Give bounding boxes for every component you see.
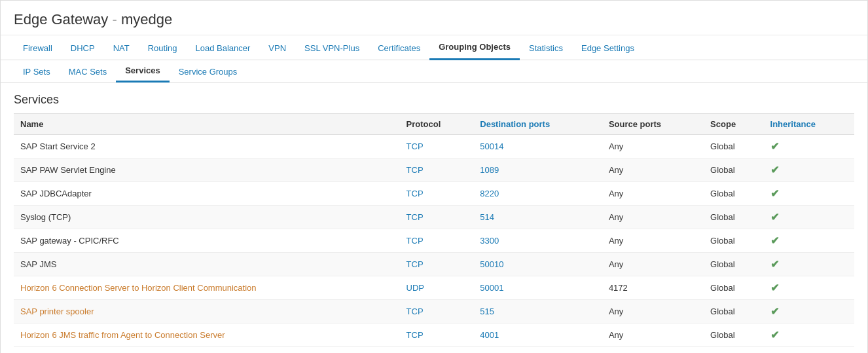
col-inheritance: Inheritance [764, 114, 854, 135]
cell-source-ports: 4172 [602, 276, 704, 300]
cell-name[interactable]: Horizon 6 JMS traffic from Agent to Conn… [14, 324, 400, 347]
table-container: Name Protocol Destination ports Source p… [1, 113, 867, 353]
subnav-services[interactable]: Services [116, 60, 170, 83]
nav-nat[interactable]: NAT [104, 37, 139, 60]
cell-inheritance: ✔ [764, 135, 854, 158]
page-title: Edge Gateway - myedge [1, 1, 867, 35]
cell-inheritance: ✔ [764, 276, 854, 300]
checkmark-icon: ✔ [770, 329, 779, 341]
cell-inheritance: ✔ [764, 324, 854, 347]
cell-protocol: TCP [400, 182, 474, 206]
page-wrapper: Edge Gateway - myedge Firewall DHCP NAT … [0, 0, 868, 353]
cell-inheritance: ✔ [764, 253, 854, 276]
page-title-subtitle: myedge [121, 11, 172, 28]
cell-name[interactable]: SAP printer spooler [14, 300, 400, 324]
cell-scope: Global [704, 182, 763, 206]
checkmark-icon: ✔ [770, 212, 779, 223]
cell-protocol: TCP [400, 324, 474, 347]
table-row: SAP gateway - CPIC/RFCTCP3300AnyGlobal✔ [14, 229, 854, 253]
cell-inheritance: ✔ [764, 206, 854, 229]
cell-source-ports: Any [602, 253, 704, 276]
subnav-ip-sets[interactable]: IP Sets [14, 62, 60, 82]
table-header-row: Name Protocol Destination ports Source p… [14, 114, 854, 135]
cell-inheritance: ✔ [764, 158, 854, 182]
cell-dest-ports: 3300 [473, 229, 602, 253]
cell-scope: Global [704, 158, 763, 182]
cell-protocol: UDP [400, 276, 474, 300]
checkmark-icon: ✔ [770, 306, 779, 317]
checkmark-icon: ✔ [770, 282, 779, 293]
cell-name: SAP JDBCAdapter [14, 182, 400, 206]
subnav-mac-sets[interactable]: MAC Sets [60, 62, 117, 82]
col-source-ports: Source ports [602, 114, 704, 135]
cell-source-ports: Any [602, 229, 704, 253]
checkmark-icon: ✔ [770, 235, 779, 246]
cell-dest-ports: 50014 [473, 135, 602, 158]
table-row: SAP JMSTCP50010AnyGlobal✔ [14, 253, 854, 276]
nav-vpn[interactable]: VPN [259, 37, 295, 60]
top-nav: Firewall DHCP NAT Routing Load Balancer … [1, 35, 867, 60]
cell-scope: Global [704, 206, 763, 229]
col-scope: Scope [704, 114, 763, 135]
nav-edge-settings[interactable]: Edge Settings [572, 37, 643, 60]
cell-dest-ports: 8220 [473, 182, 602, 206]
cell-protocol: TCP [400, 300, 474, 324]
cell-scope: Global [704, 229, 763, 253]
nav-certificates[interactable]: Certificates [369, 37, 429, 60]
col-name: Name [14, 114, 400, 135]
col-protocol: Protocol [400, 114, 474, 135]
cell-protocol: TCP [400, 253, 474, 276]
table-row: SAP JDBCAdapterTCP8220AnyGlobal✔ [14, 182, 854, 206]
cell-dest-ports: 1089 [473, 158, 602, 182]
nav-ssl-vpn-plus[interactable]: SSL VPN-Plus [295, 37, 369, 60]
cell-source-ports: Any [602, 135, 704, 158]
cell-dest-ports: 515 [473, 300, 602, 324]
nav-dhcp[interactable]: DHCP [62, 37, 104, 60]
checkmark-icon: ✔ [770, 164, 779, 176]
cell-name: SAP JMS [14, 253, 400, 276]
cell-inheritance: ✔ [764, 229, 854, 253]
sub-nav: IP Sets MAC Sets Services Service Groups [1, 60, 867, 83]
page-title-dash: - [108, 11, 121, 28]
cell-protocol: TCP [400, 135, 474, 158]
cell-name: SAP PAW Servlet Engine [14, 158, 400, 182]
checkmark-icon: ✔ [770, 141, 779, 152]
section-title: Services [1, 83, 867, 113]
table-row: SAP Start Service 2TCP50014AnyGlobal✔ [14, 135, 854, 158]
cell-dest-ports: 514 [473, 206, 602, 229]
table-row: SAP PAW Servlet EngineTCP1089AnyGlobal✔ [14, 158, 854, 182]
cell-name: Syslog (TCP) [14, 206, 400, 229]
cell-scope: Global [704, 300, 763, 324]
cell-scope: Global [704, 135, 763, 158]
nav-firewall[interactable]: Firewall [14, 37, 62, 60]
cell-inheritance: ✔ [764, 182, 854, 206]
cell-inheritance: ✔ [764, 300, 854, 324]
cell-name: SAP Start Service 2 [14, 135, 400, 158]
page-title-text: Edge Gateway [14, 11, 108, 28]
cell-scope: Global [704, 276, 763, 300]
cell-source-ports: Any [602, 182, 704, 206]
cell-dest-ports: 50010 [473, 253, 602, 276]
cell-dest-ports: 50001 [473, 276, 602, 300]
table-row: Horizon 6 Connection Server to Horizon C… [14, 276, 854, 300]
cell-protocol: TCP [400, 158, 474, 182]
checkmark-icon: ✔ [770, 188, 779, 199]
cell-name[interactable]: Horizon 6 Connection Server to Horizon C… [14, 276, 400, 300]
cell-source-ports: Any [602, 206, 704, 229]
nav-routing[interactable]: Routing [139, 37, 187, 60]
cell-source-ports: Any [602, 300, 704, 324]
cell-source-ports: Any [602, 324, 704, 347]
cell-source-ports: Any [602, 158, 704, 182]
nav-grouping-objects[interactable]: Grouping Objects [429, 35, 520, 60]
table-row: Syslog (TCP)TCP514AnyGlobal✔ [14, 206, 854, 229]
cell-protocol: TCP [400, 229, 474, 253]
col-dest-ports: Destination ports [473, 114, 602, 135]
nav-statistics[interactable]: Statistics [520, 37, 572, 60]
subnav-service-groups[interactable]: Service Groups [170, 62, 247, 82]
checkmark-icon: ✔ [770, 259, 779, 270]
cell-name: SAP gateway - CPIC/RFC [14, 229, 400, 253]
table-row: SAP printer spoolerTCP515AnyGlobal✔ [14, 300, 854, 324]
nav-load-balancer[interactable]: Load Balancer [187, 37, 260, 60]
services-table: Name Protocol Destination ports Source p… [14, 113, 854, 347]
cell-protocol: TCP [400, 206, 474, 229]
